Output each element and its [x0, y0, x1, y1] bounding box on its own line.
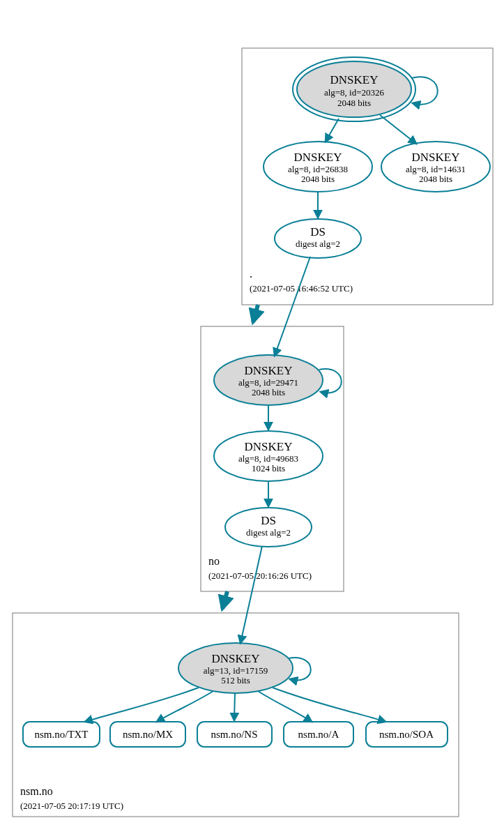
node-rr-a: nsm.no/A — [284, 722, 353, 747]
edge-zone-root-to-no — [253, 305, 258, 322]
zone-no: no (2021-07-05 20:16:26 UTC) DNSKEY alg=… — [201, 257, 344, 591]
svg-text:nsm.no/TXT: nsm.no/TXT — [34, 729, 88, 740]
edge-nsmksk-mx — [157, 691, 213, 722]
zone-nsm-time: (2021-07-05 20:17:19 UTC) — [20, 801, 123, 811]
node-no-ksk: DNSKEY alg=8, id=29471 2048 bits — [214, 355, 323, 405]
edge-rootksk-k2 — [326, 119, 339, 142]
svg-text:digest alg=2: digest alg=2 — [296, 238, 340, 249]
edge-rootksk-k3 — [380, 115, 416, 144]
svg-text:nsm.no/SOA: nsm.no/SOA — [379, 729, 434, 740]
svg-text:DNSKEY: DNSKEY — [245, 440, 293, 453]
svg-text:2048 bits: 2048 bits — [252, 387, 285, 397]
edge-nods-nsmksk — [240, 546, 262, 643]
svg-text:alg=8, id=14631: alg=8, id=14631 — [406, 164, 466, 174]
zone-no-label: no — [208, 555, 220, 567]
edge-nsmksk-a — [258, 691, 312, 722]
svg-text:1024 bits: 1024 bits — [252, 463, 285, 474]
svg-text:alg=8, id=26838: alg=8, id=26838 — [288, 164, 348, 174]
zone-root-time: (2021-07-05 16:46:52 UTC) — [250, 283, 353, 294]
svg-text:DS: DS — [310, 225, 326, 238]
svg-text:2048 bits: 2048 bits — [419, 174, 452, 184]
svg-text:DNSKEY: DNSKEY — [294, 151, 342, 164]
svg-text:2048 bits: 2048 bits — [337, 98, 371, 108]
svg-text:alg=8, id=29471: alg=8, id=29471 — [238, 377, 298, 388]
svg-text:DNSKEY: DNSKEY — [330, 73, 379, 86]
node-root-ksk: DNSKEY alg=8, id=20326 2048 bits — [293, 57, 415, 121]
svg-text:nsm.no/A: nsm.no/A — [298, 729, 339, 740]
node-nsm-ksk: DNSKEY alg=13, id=17159 512 bits — [178, 643, 293, 693]
svg-text:DNSKEY: DNSKEY — [412, 151, 460, 164]
node-rr-txt: nsm.no/TXT — [23, 722, 100, 747]
edge-nsmksk-soa — [273, 688, 385, 722]
node-rr-ns: nsm.no/NS — [197, 722, 272, 747]
zone-nsm: nsm.no (2021-07-05 20:17:19 UTC) DNSKEY … — [13, 546, 459, 817]
svg-text:alg=13, id=17159: alg=13, id=17159 — [204, 665, 268, 676]
svg-text:alg=8, id=49683: alg=8, id=49683 — [238, 453, 298, 464]
svg-text:DNSKEY: DNSKEY — [212, 652, 260, 665]
edge-nsmksk-ns — [234, 693, 235, 720]
node-root-k3: DNSKEY alg=8, id=14631 2048 bits — [381, 142, 490, 192]
svg-text:alg=8, id=20326: alg=8, id=20326 — [324, 87, 385, 98]
zone-no-time: (2021-07-05 20:16:26 UTC) — [208, 570, 312, 581]
svg-text:nsm.no/MX: nsm.no/MX — [123, 729, 173, 740]
zone-root-label: . — [250, 268, 252, 280]
svg-text:nsm.no/NS: nsm.no/NS — [211, 729, 257, 740]
zone-nsm-label: nsm.no — [20, 785, 53, 797]
svg-text:2048 bits: 2048 bits — [301, 174, 335, 184]
node-no-k2: DNSKEY alg=8, id=49683 1024 bits — [214, 431, 323, 481]
node-root-k2: DNSKEY alg=8, id=26838 2048 bits — [264, 142, 372, 192]
svg-text:DNSKEY: DNSKEY — [245, 364, 293, 377]
edge-rootds-noksk — [275, 257, 310, 356]
node-no-ds: DS digest alg=2 — [225, 508, 312, 547]
svg-text:512 bits: 512 bits — [221, 675, 250, 686]
node-rr-mx: nsm.no/MX — [110, 722, 185, 747]
svg-text:digest alg=2: digest alg=2 — [246, 527, 291, 538]
edge-nsmksk-txt — [85, 688, 199, 722]
edge-zone-no-to-nsm — [222, 591, 227, 609]
zone-root: . (2021-07-05 16:46:52 UTC) DNSKEY alg=8… — [242, 48, 493, 305]
svg-text:DS: DS — [261, 514, 276, 527]
node-root-ds: DS digest alg=2 — [275, 219, 361, 258]
node-rr-soa: nsm.no/SOA — [366, 722, 448, 747]
